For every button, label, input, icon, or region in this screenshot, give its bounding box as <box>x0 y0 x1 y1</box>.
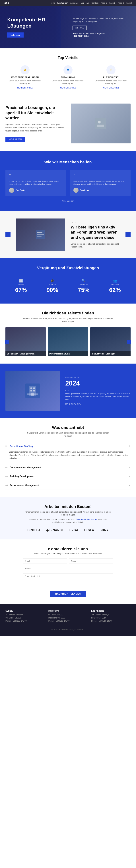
vorteil-text-1: Lorem ipsum dolor sit amet, consectetur … <box>5 80 45 85</box>
vergutung-section: Vergütung und Zusatzleistungen 📊 Vorteil… <box>0 258 136 304</box>
talent-card-img-2: Personalbeschaffung <box>48 327 88 356</box>
submit-button[interactable]: NACHRICHT SENDEN <box>50 591 86 597</box>
accordion-chevron-1: ∧ <box>129 444 131 447</box>
praxis-btn[interactable]: MEHR LESEN <box>5 137 25 142</box>
message-textarea[interactable] <box>23 574 113 588</box>
nav-page8[interactable]: Page 8 <box>117 2 124 4</box>
accordion-num-2: 02. <box>5 466 8 469</box>
top-vorteile-section: Top-Vorteile 💰 KOSTENEINSPARUNGEN Lorem … <box>0 49 136 96</box>
nav-contact[interactable]: Contact <box>92 2 98 4</box>
testimonials-container: " Lorem ipsum dolor sit amet, consectetu… <box>5 170 131 196</box>
svg-rect-2 <box>97 125 104 127</box>
kosteneinsparungen-icon: 💰 <box>21 65 30 74</box>
email-field[interactable] <box>23 558 67 564</box>
svg-rect-6 <box>37 236 41 237</box>
svg-rect-0 <box>95 118 106 129</box>
vorteil-title-3: FLEXIBILITÄT <box>91 76 131 78</box>
stat-trainings: 🎓 Trainings 90% <box>37 276 68 296</box>
hero-mehr-btn[interactable]: Mehr lesen <box>7 32 24 37</box>
accordion-header-1[interactable]: 01. Recruitment Staffing ∧ <box>5 442 131 451</box>
accordion-item-2: 02. Compensation Management ∨ <box>5 463 131 472</box>
hero-title: Kompetente HR-Lösungen <box>7 17 65 29</box>
accordion-title-1: Recruitment Staffing <box>10 445 129 447</box>
nav-page9[interactable]: Page 9 <box>126 2 132 4</box>
vorteil-link-3[interactable]: MEHR ERFAHREN <box>103 87 119 89</box>
footer-col-losangeles: Los Angeles 366 Main St. Brooklyn New Yo… <box>91 610 131 622</box>
talente-sub: Lorem ipsum dolor sit amet, consectetur … <box>23 317 113 323</box>
svg-rect-13 <box>33 390 35 392</box>
vergutung-title: Vergütung und Zusatzleistungen <box>5 266 131 270</box>
nav-page2[interactable]: Page 2 <box>109 2 115 4</box>
accordion-header-4[interactable]: 04. Performance Management ∨ <box>5 481 131 490</box>
nav-leistungen[interactable]: Leistungen <box>58 2 68 4</box>
binance-diamond-icon: ◈ <box>46 528 49 532</box>
accordion-title-4: Performance Management <box>10 484 129 487</box>
nav-page1[interactable]: Page 1 <box>101 2 107 4</box>
was-uns-section: Was uns antreibt Sample text. Lorem ipsu… <box>0 418 136 497</box>
vorteil-text-3: Lorem ipsum dolor sit amet, consectetur … <box>91 80 131 85</box>
was-uns-title: Was uns antreibt <box>5 425 131 430</box>
accordion-header-2[interactable]: 02. Compensation Management ∨ <box>5 463 131 472</box>
hero-anfrage-btn[interactable]: ANFRAGE <box>72 26 87 30</box>
accordion-num-4: 04. <box>5 484 8 486</box>
vorteil-link-1[interactable]: MEHR ERFAHREN <box>17 87 33 89</box>
form-subject <box>23 566 113 574</box>
vorteile-stat-icon: 📊 <box>7 279 35 283</box>
brand-evga: EVGA <box>69 529 78 532</box>
name-field[interactable] <box>69 558 113 564</box>
stat-value-3: 75% <box>70 287 98 293</box>
uber-body: Lorem ipsum dolor sit amet, consectetur … <box>65 392 131 401</box>
hero-right: Sample large text. Lorem ipsum dolor sit… <box>72 17 129 37</box>
arbeiten-section: Arbeiten mit den Besten! Paragraph lorem… <box>0 497 136 539</box>
nav-home[interactable]: Home <box>50 2 55 4</box>
testimonial-2: " Lorem ipsum dolor sit amet, consectetu… <box>70 170 131 196</box>
author-name-1: Paul Smith <box>15 189 25 191</box>
stat-value-4: 62% <box>101 287 129 293</box>
footer-address-2: 56 Collins St 3000 Melbourne VIC 3000 Ph… <box>48 613 88 622</box>
foren-next-btn[interactable]: › <box>126 232 131 237</box>
accordion-chevron-2: ∨ <box>129 466 131 469</box>
accordion-header-3[interactable]: 03. Training Development ∨ <box>5 472 131 481</box>
uber-mehr-link[interactable]: MEHR ERFAHREN <box>65 403 81 405</box>
uber-next-btn[interactable]: › <box>68 389 69 392</box>
talent-card-3: Innovative HR-Lösungen <box>90 327 131 356</box>
foren-image-icon <box>36 230 45 239</box>
praxis-image-icon <box>95 118 106 129</box>
trainings-stat-icon: 🎓 <box>39 279 66 283</box>
footer-col-sydney: Sydney 45 Portion Rd Topoint VIC Collins… <box>5 610 45 622</box>
foren-image <box>16 218 65 251</box>
uber-nav: ‹ › <box>65 389 131 392</box>
nav-about[interactable]: About Us <box>70 2 78 4</box>
hero-phone-number: +123 (123) 1234 <box>72 35 89 37</box>
uber-section: GESCHICHTE 2024 ‹ › Lorem ipsum dolor si… <box>0 364 136 418</box>
talent-card-2: Personalbeschaffung <box>48 327 88 356</box>
testimonial-author-2: Sam Perry <box>73 188 127 193</box>
accordion-num-3: 03. <box>5 475 8 477</box>
arbeiten-text-2: Phasellus carefully diam vel turpis ingi… <box>25 518 111 524</box>
uber-image <box>5 371 60 411</box>
vorteil-link-2[interactable]: MEHR ERFAHREN <box>60 87 76 89</box>
svg-point-1 <box>98 121 101 123</box>
subject-field[interactable] <box>23 566 113 571</box>
wie-wir-mehr-link[interactable]: Mehr anzeigen <box>62 200 74 202</box>
uber-year: 2024 <box>65 379 131 387</box>
talent-next-btn[interactable]: › <box>127 340 131 344</box>
talent-card-img-3: Innovative HR-Lösungen <box>90 327 131 356</box>
praxis-title: Praxisnahe Lösungen, die speziell für Si… <box>5 105 65 121</box>
vorteile-grid: 💰 KOSTENEINSPARUNGEN Lorem ipsum dolor s… <box>5 65 131 89</box>
uber-prev-btn[interactable]: ‹ <box>65 389 66 392</box>
praxis-body: Dignissim suspendisse in est ante in nib… <box>5 123 65 132</box>
form-row-1 <box>23 558 113 564</box>
foren-prev-btn[interactable]: ‹ <box>5 232 10 237</box>
nav-logo: logo <box>4 1 9 4</box>
talente-title: Die richtigen Talente finden <box>5 311 131 315</box>
kontakt-sub: Haben Sie Fragen oder Anliegen? Schreibe… <box>5 553 131 555</box>
kontakt-form: NACHRICHT SENDEN <box>23 558 113 597</box>
avatar-1 <box>9 188 14 193</box>
nav-team[interactable]: Our Team <box>80 2 89 4</box>
foren-title: Wir beteiligen uns aktiv an Foren und We… <box>71 225 120 240</box>
wie-wir-section: Wie wir Menschen helfen " Lorem ipsum do… <box>0 151 136 211</box>
talent-prev-btn[interactable]: ‹ <box>5 340 9 344</box>
hero-phone: Rufen Sie 24 Stunden: 7 Tage an +123 (12… <box>72 32 129 37</box>
uber-label: GESCHICHTE <box>65 376 131 378</box>
